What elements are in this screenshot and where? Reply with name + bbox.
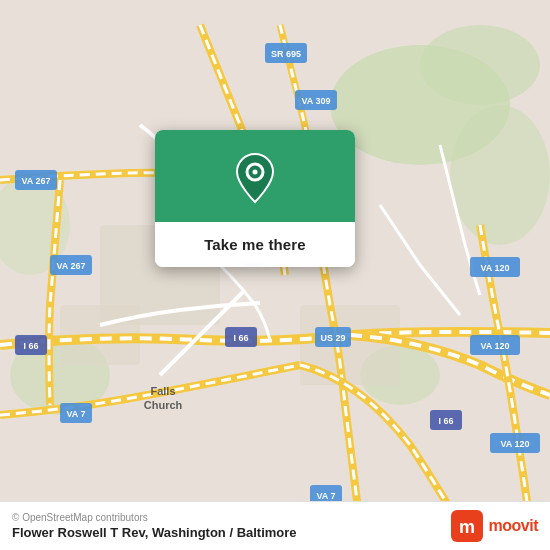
svg-text:I 66: I 66 <box>233 333 248 343</box>
moovit-brand-icon: m <box>451 510 483 542</box>
map-attribution: © OpenStreetMap contributors <box>12 512 297 523</box>
moovit-logo[interactable]: m moovit <box>451 510 538 542</box>
svg-text:VA 7: VA 7 <box>66 409 85 419</box>
map-container: SR 695 VA 267 VA 267 VA 309 SR I 66 US 2… <box>0 0 550 550</box>
popup-card: Take me there <box>155 130 355 267</box>
svg-text:US 29: US 29 <box>320 333 345 343</box>
svg-text:VA 267: VA 267 <box>21 176 50 186</box>
svg-text:VA 120: VA 120 <box>480 263 509 273</box>
popup-triangle <box>245 266 265 267</box>
location-pin-icon <box>233 152 277 204</box>
svg-text:SR 695: SR 695 <box>271 49 301 59</box>
location-title: Flower Roswell T Rev, Washington / Balti… <box>12 525 297 540</box>
moovit-text: moovit <box>489 517 538 535</box>
svg-point-3 <box>450 105 550 245</box>
bottom-left: © OpenStreetMap contributors Flower Rosw… <box>12 512 297 540</box>
svg-text:Church: Church <box>144 399 183 411</box>
svg-text:I 66: I 66 <box>23 341 38 351</box>
svg-point-41 <box>253 170 258 175</box>
svg-text:I 66: I 66 <box>438 416 453 426</box>
svg-text:VA 120: VA 120 <box>480 341 509 351</box>
svg-text:m: m <box>459 517 475 537</box>
take-me-there-button[interactable]: Take me there <box>155 222 355 267</box>
svg-text:VA 7: VA 7 <box>316 491 335 501</box>
svg-text:VA 267: VA 267 <box>56 261 85 271</box>
svg-text:VA 309: VA 309 <box>301 96 330 106</box>
popup-top <box>155 130 355 222</box>
svg-text:Falls: Falls <box>150 385 175 397</box>
svg-point-2 <box>420 25 540 105</box>
bottom-bar: © OpenStreetMap contributors Flower Rosw… <box>0 501 550 550</box>
map-svg: SR 695 VA 267 VA 267 VA 309 SR I 66 US 2… <box>0 0 550 550</box>
svg-text:VA 120: VA 120 <box>500 439 529 449</box>
